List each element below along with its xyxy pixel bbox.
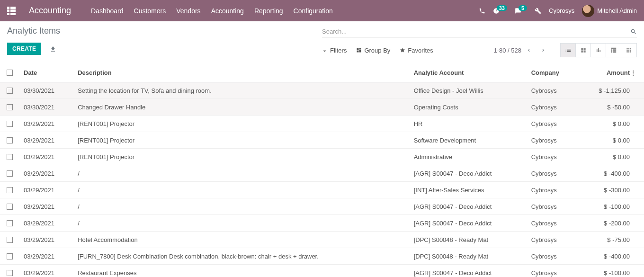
row-checkbox[interactable] — [7, 137, 13, 143]
row-checkbox[interactable] — [7, 104, 13, 110]
col-analytic[interactable]: Analytic Account — [409, 63, 527, 82]
menu-customers[interactable]: Customers — [134, 7, 166, 15]
cell-amount: $ -300.00 — [577, 182, 644, 198]
cell-description: Setting the location for TV, Sofa and di… — [73, 82, 409, 99]
cell-amount: $ -100.00 — [577, 198, 644, 215]
wrench-icon[interactable] — [535, 8, 541, 14]
row-checkbox-cell — [0, 215, 19, 232]
view-grid-icon[interactable] — [621, 44, 636, 57]
cell-amount: $ 0.00 — [577, 132, 644, 149]
kebab-icon[interactable]: ⋮ — [630, 69, 636, 76]
cell-amount: $ -75.00 — [577, 232, 644, 248]
activity-icon[interactable]: 33 — [493, 8, 507, 14]
cell-description: [RENT001] Projector — [73, 149, 409, 165]
search-input[interactable] — [322, 28, 630, 35]
table-row[interactable]: 03/29/2021/[INT] After-Sales ServicesCyb… — [0, 182, 644, 198]
table-row[interactable]: 03/29/2021Hotel Accommodation[DPC] S0004… — [0, 232, 644, 248]
pager-text[interactable]: 1-80 / 528 — [493, 47, 521, 54]
search-icon[interactable] — [630, 28, 637, 35]
pager-next-icon[interactable] — [540, 47, 546, 53]
menu-vendors[interactable]: Vendors — [176, 7, 200, 15]
table-row[interactable]: 03/29/2021Restaurant Expenses[AGR] S0004… — [0, 265, 644, 277]
cell-description: / — [73, 182, 409, 198]
row-checkbox-cell — [0, 82, 19, 99]
cell-description: Restaurant Expenses — [73, 265, 409, 277]
cell-date: 03/29/2021 — [19, 116, 73, 132]
col-company[interactable]: Company — [527, 63, 577, 82]
create-button[interactable]: CREATE — [7, 43, 41, 55]
cell-description: Changed Drawer Handle — [73, 99, 409, 116]
nav-right: 33 5 Cybrosys Mitchell Admin — [479, 5, 637, 17]
cell-description: [RENT001] Projector — [73, 132, 409, 149]
menu-reporting[interactable]: Reporting — [254, 7, 283, 15]
company-name: Cybrosys — [549, 7, 574, 14]
cell-analytic: [AGR] S00047 - Deco Addict — [409, 215, 527, 232]
table-row[interactable]: 03/29/2021/[AGR] S00047 - Deco AddictCyb… — [0, 198, 644, 215]
phone-icon[interactable] — [479, 8, 485, 14]
menu-dashboard[interactable]: Dashboard — [91, 7, 124, 15]
activity-count: 33 — [497, 5, 507, 11]
table-row[interactable]: 03/29/2021/[AGR] S00047 - Deco AddictCyb… — [0, 165, 644, 182]
table-row[interactable]: 03/29/2021[RENT001] ProjectorHRCybrosys$… — [0, 116, 644, 132]
view-pivot-icon[interactable] — [606, 44, 621, 57]
row-checkbox[interactable] — [7, 253, 13, 259]
pager-prev-icon[interactable] — [526, 47, 532, 53]
table-row[interactable]: 03/30/2021Changed Drawer HandleOperating… — [0, 99, 644, 116]
row-checkbox[interactable] — [7, 154, 13, 160]
select-all-checkbox[interactable] — [7, 70, 13, 76]
menu-configuration[interactable]: Configuration — [294, 7, 333, 15]
cell-analytic: Office Design - Joel Willis — [409, 82, 527, 99]
view-kanban-icon[interactable] — [576, 44, 591, 57]
cell-analytic: [DPC] S00048 - Ready Mat — [409, 232, 527, 248]
row-checkbox-cell — [0, 248, 19, 265]
row-checkbox[interactable] — [7, 270, 13, 276]
table-row[interactable]: 03/29/2021[RENT001] ProjectorSoftware De… — [0, 132, 644, 149]
cell-company: Cybrosys — [527, 116, 577, 132]
col-amount-label: Amount — [607, 69, 630, 76]
row-checkbox[interactable] — [7, 170, 13, 177]
table-row[interactable]: 03/29/2021[FURN_7800] Desk Combination D… — [0, 248, 644, 265]
discuss-count: 5 — [519, 5, 527, 11]
company-switcher[interactable]: Cybrosys — [549, 7, 574, 14]
groupby-menu[interactable]: Group By — [356, 47, 390, 54]
table-row[interactable]: 03/30/2021Setting the location for TV, S… — [0, 82, 644, 99]
favorites-menu[interactable]: Favorites — [400, 47, 433, 54]
menu-accounting[interactable]: Accounting — [211, 7, 244, 15]
table-row[interactable]: 03/29/2021/[AGR] S00047 - Deco AddictCyb… — [0, 215, 644, 232]
control-panel: Analytic Items CREATE Filters Group By F… — [0, 21, 644, 57]
view-graph-icon[interactable] — [591, 44, 606, 57]
row-checkbox[interactable] — [7, 220, 13, 226]
cell-analytic: [AGR] S00047 - Deco Addict — [409, 265, 527, 277]
table-row[interactable]: 03/29/2021[RENT001] ProjectorAdministrat… — [0, 149, 644, 165]
col-description[interactable]: Description — [73, 63, 409, 82]
cell-date: 03/29/2021 — [19, 232, 73, 248]
row-checkbox-cell — [0, 265, 19, 277]
discuss-icon[interactable]: 5 — [515, 8, 527, 14]
user-menu[interactable]: Mitchell Admin — [582, 5, 637, 17]
cell-analytic: [INT] After-Sales Services — [409, 182, 527, 198]
app-brand[interactable]: Accounting — [29, 6, 71, 16]
row-checkbox[interactable] — [7, 88, 13, 94]
view-list-icon[interactable] — [561, 44, 576, 57]
download-icon[interactable] — [50, 46, 56, 53]
filters-menu[interactable]: Filters — [322, 47, 347, 54]
row-checkbox-cell — [0, 232, 19, 248]
cell-description: / — [73, 198, 409, 215]
col-amount[interactable]: Amount⋮ — [577, 63, 644, 82]
cell-date: 03/30/2021 — [19, 99, 73, 116]
row-checkbox[interactable] — [7, 187, 13, 193]
cell-date: 03/29/2021 — [19, 165, 73, 182]
user-name: Mitchell Admin — [597, 7, 637, 14]
row-checkbox[interactable] — [7, 204, 13, 210]
cell-date: 03/29/2021 — [19, 248, 73, 265]
row-checkbox[interactable] — [7, 121, 13, 127]
cell-analytic: [AGR] S00047 - Deco Addict — [409, 165, 527, 182]
cell-amount: $ -400.00 — [577, 165, 644, 182]
row-checkbox[interactable] — [7, 237, 13, 243]
apps-icon[interactable] — [7, 7, 16, 15]
nav-menu: Dashboard Customers Vendors Accounting R… — [91, 7, 333, 15]
row-checkbox-cell — [0, 116, 19, 132]
header-checkbox — [0, 63, 19, 82]
col-date[interactable]: Date — [19, 63, 73, 82]
filters-label: Filters — [330, 47, 347, 54]
